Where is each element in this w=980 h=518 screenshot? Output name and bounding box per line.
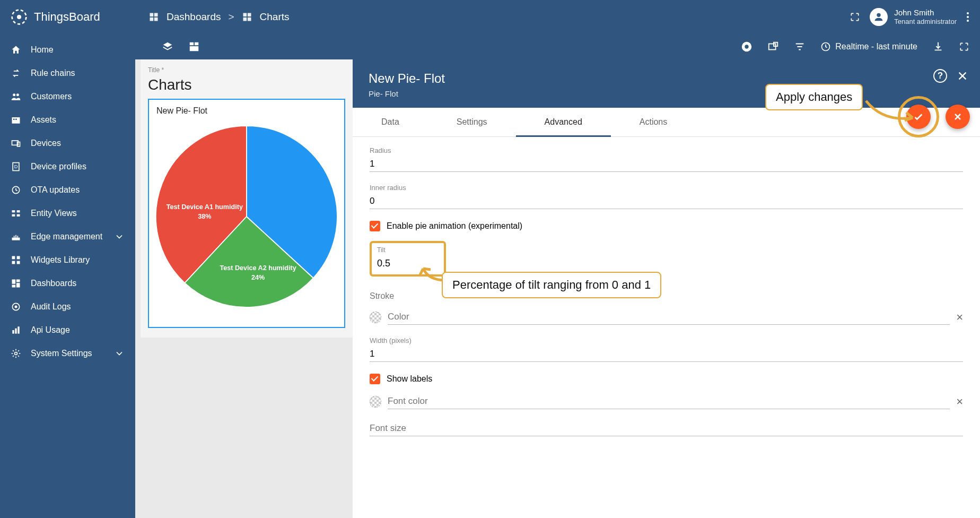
svg-text:38%: 38% [198,213,211,220]
time-selector[interactable]: Realtime - last minute [820,41,917,52]
svg-point-42 [15,352,18,355]
toolbar: Realtime - last minute [135,34,980,59]
entity-alias-icon[interactable] [767,41,779,53]
tilt-input[interactable] [377,256,409,271]
sidebar-item-assets[interactable]: Assets [0,108,135,132]
sidebar-item-label: Assets [31,115,56,125]
more-icon[interactable] [966,12,969,22]
sidebar-item-widgets-library[interactable]: Widgets Library [0,248,135,272]
svg-point-15 [16,93,19,96]
chart-preview-card: Title * Charts New Pie- Flot Test Device… [141,59,353,338]
svg-rect-29 [12,256,15,260]
svg-text:Test Device A2 humidity: Test Device A2 humidity [220,264,296,272]
font-size-input[interactable] [370,421,963,436]
svg-text:24%: 24% [251,274,265,281]
sidebar-item-ota-updates[interactable]: OTA updates [0,178,135,202]
svg-rect-9 [247,18,251,21]
enable-animation-checkbox[interactable] [370,221,380,231]
clear-font-color-icon[interactable]: × [956,395,963,409]
stroke-color-input[interactable] [388,309,950,325]
tab-data[interactable]: Data [353,108,428,136]
help-icon[interactable]: ? [933,69,947,83]
svg-point-10 [877,13,881,17]
svg-rect-32 [17,261,20,264]
inner-radius-input[interactable] [370,194,963,209]
sidebar-item-label: System Settings [31,349,92,358]
svg-point-13 [967,20,969,22]
sidebar-item-audit-logs[interactable]: Audit Logs [0,295,135,318]
font-color-swatch[interactable] [370,396,381,408]
inner-radius-label: Inner radius [370,184,963,192]
breadcrumb: Dashboards > Charts [148,11,290,23]
svg-text:Test Device A1 humidity: Test Device A1 humidity [167,203,243,211]
app-logo[interactable]: ThingsBoard [11,8,135,25]
sidebar-item-home[interactable]: Home [0,38,135,62]
stroke-width-label: Width (pixels) [370,336,963,344]
apply-button[interactable] [906,105,931,129]
svg-rect-41 [18,326,19,333]
svg-text:D: D [14,164,18,169]
stroke-width-input[interactable] [370,347,963,362]
sidebar-item-label: Edge management [31,232,102,241]
grid-icon[interactable] [188,41,200,53]
svg-rect-24 [12,210,15,212]
radius-input[interactable] [370,157,963,172]
svg-rect-25 [17,210,20,212]
swap-icon [11,68,21,79]
breadcrumb-current[interactable]: Charts [260,11,290,23]
layers-icon[interactable] [162,41,173,53]
update-icon [11,185,21,195]
svg-rect-30 [17,256,20,260]
sidebar-item-dashboards[interactable]: Dashboards [0,272,135,295]
title-field-label: Title * [148,66,164,74]
logo-icon [11,8,28,25]
fullscreen-icon[interactable] [850,12,860,22]
sidebar-item-edge-management[interactable]: Edge management [0,225,135,248]
domain-icon [11,115,21,125]
editor-title: New Pie- Flot [369,71,964,86]
font-color-input[interactable] [388,394,950,409]
sidebar-item-devices[interactable]: Devices [0,132,135,155]
user-role: Tenant administrator [894,18,957,26]
user-menu[interactable]: John Smith Tenant administrator [870,8,957,26]
sidebar-item-device-profiles[interactable]: DDevice profiles [0,155,135,178]
tab-advanced[interactable]: Advanced [516,108,611,136]
svg-rect-17 [13,119,15,120]
close-icon[interactable] [957,70,968,82]
breadcrumb-root[interactable]: Dashboards [167,11,221,23]
sidebar-item-label: Device profiles [31,162,86,171]
sidebar-item-api-usage[interactable]: Api Usage [0,318,135,342]
tab-actions[interactable]: Actions [611,108,696,136]
widget-preview[interactable]: New Pie- Flot Test Device A1 humidity 38… [148,99,345,328]
sidebar-item-system-settings[interactable]: System Settings [0,342,135,365]
sidebar-item-label: Dashboards [31,279,76,288]
svg-rect-8 [243,18,247,21]
svg-rect-43 [190,42,194,46]
gear-icon [11,348,21,359]
show-labels-checkbox[interactable] [370,374,380,384]
expand-icon[interactable] [959,41,969,52]
filter-icon[interactable] [794,41,806,53]
sidebar-item-customers[interactable]: Customers [0,85,135,108]
clear-stroke-color-icon[interactable]: × [956,310,963,324]
gear-icon[interactable] [741,41,752,53]
svg-rect-33 [12,280,16,284]
sidebar-item-rule-chains[interactable]: Rule chains [0,62,135,85]
sidebar-item-label: Widgets Library [31,255,90,265]
svg-rect-18 [15,119,17,120]
stroke-color-swatch[interactable] [370,312,381,323]
svg-rect-2 [150,13,154,17]
cancel-button[interactable] [946,105,970,129]
home-icon [11,45,21,55]
tab-settings[interactable]: Settings [428,108,516,136]
svg-point-1 [17,15,21,19]
download-icon[interactable] [932,41,944,53]
svg-rect-34 [16,280,20,282]
profile-icon: D [11,161,21,172]
people-icon [11,91,21,102]
dashboard-icon [148,12,159,22]
router-icon [11,231,21,242]
svg-point-11 [967,12,969,14]
sidebar: Home Rule chains Customers Assets Device… [0,34,135,518]
sidebar-item-entity-views[interactable]: Entity Views [0,202,135,225]
